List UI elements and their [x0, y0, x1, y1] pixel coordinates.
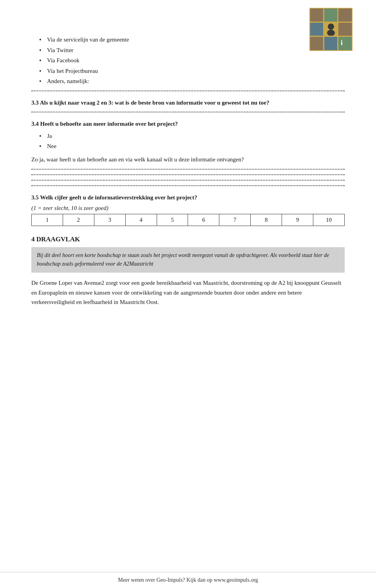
answer-line-3-3: [31, 112, 345, 112]
rating-cell-1[interactable]: 1: [32, 214, 63, 226]
list-item-projectbureau: Via het Projectbureau: [39, 67, 345, 76]
question-3-5: 3.5 Welk cijfer geeft u de informatiever…: [31, 193, 345, 226]
answer-line-3-4-4: [31, 185, 345, 186]
question-3-3: 3.3 Als u kijkt naar vraag 2 en 3: wat i…: [31, 98, 345, 113]
section-4-paragraph: De Groene Loper van Avenue2 zorgt voor e…: [31, 278, 345, 307]
rating-cell-5[interactable]: 5: [157, 214, 188, 226]
footer: Meer weten over Geo-Impuls? Kijk dan op …: [0, 572, 376, 588]
page-wrapper: i Via de servicelijn van de gemeente Via…: [0, 0, 376, 588]
logo-container: i: [309, 8, 352, 51]
answer-line-3-4-1: [31, 169, 345, 170]
rating-scale-label: (1 = zeer slecht, 10 is zeer goed): [31, 205, 345, 212]
rating-cell-9[interactable]: 9: [282, 214, 313, 226]
list-item-anders: Anders, namelijk:: [39, 77, 345, 86]
rating-cell-2[interactable]: 2: [63, 214, 94, 226]
svg-rect-6: [338, 23, 352, 36]
q3-4-sub: Zo ja, waar heeft u dan behoefte aan en …: [31, 155, 345, 164]
list-item: Via de servicelijn van de gemeente: [39, 35, 345, 44]
list-item-facebook: Via Facebook: [39, 56, 345, 65]
logo-image: i: [309, 8, 352, 51]
svg-rect-3: [338, 9, 352, 22]
rating-table: 1 2 3 4 5 6 7 8 9 10: [31, 214, 345, 226]
rating-cell-6[interactable]: 6: [188, 214, 219, 226]
svg-rect-2: [324, 9, 338, 22]
rating-cell-7[interactable]: 7: [219, 214, 251, 226]
option-ja: Ja: [39, 132, 345, 141]
highlighted-note: Bij dit deel hoort een korte boodschap t…: [31, 247, 345, 273]
rating-cell-3[interactable]: 3: [94, 214, 125, 226]
footer-text: Meer weten over Geo-Impuls? Kijk dan op …: [118, 577, 258, 583]
answer-line-3-4-2: [31, 174, 345, 175]
svg-point-10: [328, 24, 334, 30]
rating-cell-4[interactable]: 4: [125, 214, 157, 226]
q3-4-options: Ja Nee: [39, 132, 345, 151]
option-nee: Nee: [39, 142, 345, 151]
rating-cell-10[interactable]: 10: [313, 214, 345, 226]
svg-rect-1: [310, 9, 324, 22]
answer-line-3-4-3: [31, 180, 345, 181]
rating-cell-8[interactable]: 8: [251, 214, 282, 226]
section-4-header: 4 DRAAGVLAK: [31, 235, 345, 243]
channel-list: Via de servicelijn van de gemeente Via T…: [39, 35, 345, 86]
svg-rect-4: [310, 23, 324, 36]
list-item-twitter: Via Twitter: [39, 46, 345, 55]
question-3-4: 3.4 Heeft u behoefte aan meer informatie…: [31, 119, 345, 186]
dotted-line-1: [31, 90, 345, 91]
question-3-4-text: 3.4 Heeft u behoefte aan meer informatie…: [31, 119, 345, 128]
content-area: Via de servicelijn van de gemeente Via T…: [31, 27, 345, 307]
question-3-5-text: 3.5 Welk cijfer geeft u de informatiever…: [31, 193, 345, 202]
question-3-3-text: 3.3 Als u kijkt naar vraag 2 en 3: wat i…: [31, 98, 345, 107]
